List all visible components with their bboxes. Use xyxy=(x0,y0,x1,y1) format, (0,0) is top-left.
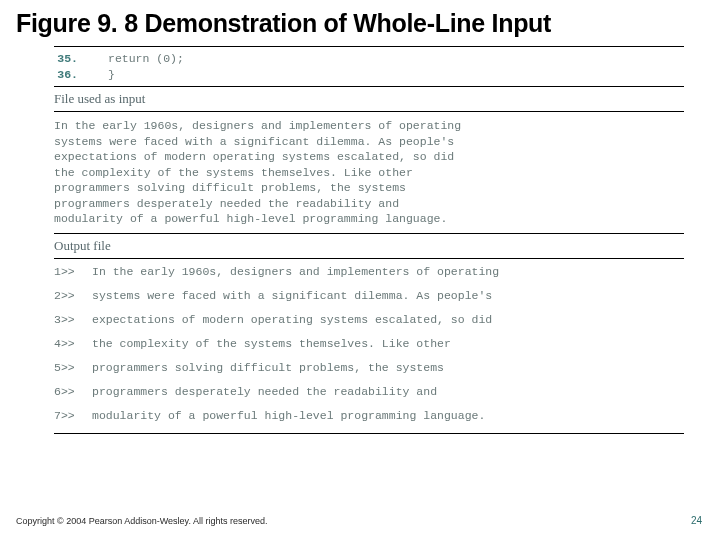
output-text: modularity of a powerful high-level prog… xyxy=(92,409,485,422)
output-row: 4>> the complexity of the systems themse… xyxy=(54,337,684,350)
code-row: 36. } xyxy=(54,67,684,83)
output-row: 5>> programmers solving difficult proble… xyxy=(54,361,684,374)
input-line: programmers desperately needed the reada… xyxy=(54,196,684,212)
input-text-block: In the early 1960s, designers and implem… xyxy=(54,112,684,233)
code-block: 35. return (0); 36. } xyxy=(54,47,684,86)
output-row: 3>> expectations of modern operating sys… xyxy=(54,313,684,326)
slide: Figure 9. 8 Demonstration of Whole-Line … xyxy=(0,0,720,540)
input-section-label: File used as input xyxy=(54,87,684,111)
output-tag: 1>> xyxy=(54,265,92,278)
figure-title: Figure 9. 8 Demonstration of Whole-Line … xyxy=(16,8,704,38)
output-text: the complexity of the systems themselves… xyxy=(92,337,451,350)
input-line: programmers solving difficult problems, … xyxy=(54,180,684,196)
output-text: systems were faced with a significant di… xyxy=(92,289,492,302)
output-tag: 3>> xyxy=(54,313,92,326)
output-tag: 5>> xyxy=(54,361,92,374)
input-line: systems were faced with a significant di… xyxy=(54,134,684,150)
code-text: } xyxy=(108,67,115,83)
output-row: 7>> modularity of a powerful high-level … xyxy=(54,409,684,422)
output-text: programmers desperately needed the reada… xyxy=(92,385,437,398)
copyright-footer: Copyright © 2004 Pearson Addison-Wesley.… xyxy=(16,516,267,526)
output-text: programmers solving difficult problems, … xyxy=(92,361,444,374)
line-number: 36. xyxy=(54,67,78,83)
figure-frame: 35. return (0); 36. } File used as input… xyxy=(54,46,684,434)
output-text: expectations of modern operating systems… xyxy=(92,313,492,326)
input-line: In the early 1960s, designers and implem… xyxy=(54,118,684,134)
code-row: 35. return (0); xyxy=(54,51,684,67)
rule-bottom xyxy=(54,433,684,434)
output-text-block: 1>> In the early 1960s, designers and im… xyxy=(54,259,684,422)
output-tag: 4>> xyxy=(54,337,92,350)
page-number: 24 xyxy=(691,515,702,526)
output-text: In the early 1960s, designers and implem… xyxy=(92,265,499,278)
output-tag: 6>> xyxy=(54,385,92,398)
output-row: 6>> programmers desperately needed the r… xyxy=(54,385,684,398)
output-section-label: Output file xyxy=(54,234,684,258)
input-line: the complexity of the systems themselves… xyxy=(54,165,684,181)
input-line: modularity of a powerful high-level prog… xyxy=(54,211,684,227)
output-tag: 7>> xyxy=(54,409,92,422)
output-row: 1>> In the early 1960s, designers and im… xyxy=(54,265,684,278)
output-tag: 2>> xyxy=(54,289,92,302)
input-line: expectations of modern operating systems… xyxy=(54,149,684,165)
line-number: 35. xyxy=(54,51,78,67)
code-text: return (0); xyxy=(108,51,184,67)
output-row: 2>> systems were faced with a significan… xyxy=(54,289,684,302)
